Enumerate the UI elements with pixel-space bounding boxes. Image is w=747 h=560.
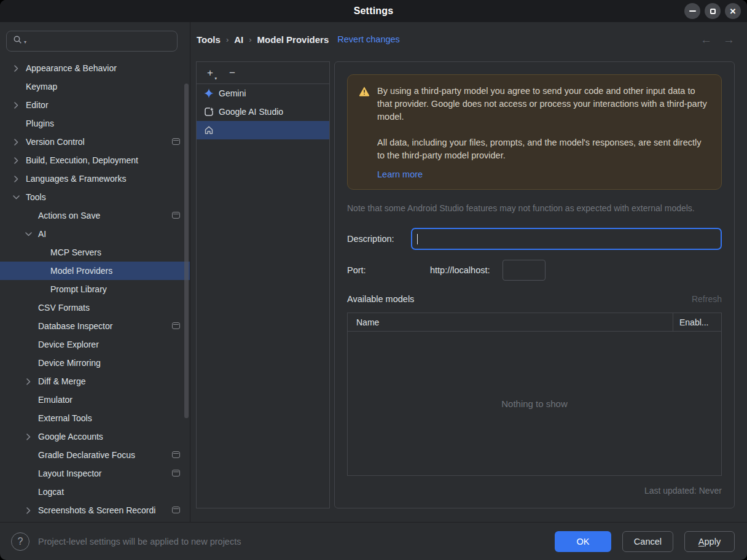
breadcrumb-part-tools[interactable]: Tools	[197, 34, 221, 45]
warning-paragraph-2: All data, including your files, prompts,…	[377, 136, 710, 162]
chevron-right-icon[interactable]	[10, 157, 26, 164]
back-arrow-icon[interactable]: ←	[700, 34, 712, 45]
sidebar-item-layout-inspector[interactable]: Layout Inspector	[0, 464, 190, 483]
chevron-right-icon[interactable]	[10, 139, 26, 146]
provider-item-google-ai-studio[interactable]: Google AI Studio	[197, 103, 329, 121]
sidebar-item-label: Appearance & Behavior	[26, 63, 117, 73]
sidebar-item-editor[interactable]: Editor	[0, 96, 190, 114]
sidebar-item-keymap[interactable]: Keymap	[0, 77, 190, 96]
chevron-down-icon[interactable]	[10, 194, 26, 201]
remove-provider-button[interactable]: −	[226, 68, 238, 78]
search-options-caret-icon[interactable]: ▾	[24, 39, 26, 45]
providers-panel: +▾ − GeminiGoogle AI Studio	[196, 61, 330, 508]
sidebar-item-emulator[interactable]: Emulator	[0, 391, 190, 409]
column-header-name[interactable]: Name	[348, 313, 673, 331]
chevron-right-icon[interactable]	[22, 378, 38, 385]
titlebar: Settings ✕	[0, 0, 747, 22]
forward-arrow-icon[interactable]: →	[723, 34, 735, 45]
sidebar-item-database-inspector[interactable]: Database Inspector	[0, 317, 190, 335]
available-models-row: Available models Refresh	[347, 294, 722, 304]
sidebar-item-diff-merge[interactable]: Diff & Merge	[0, 372, 190, 391]
provider-detail-card: By using a third-party model you agree t…	[334, 61, 735, 508]
sidebar-item-csv-formats[interactable]: CSV Formats	[0, 298, 190, 317]
breadcrumb-part-ai[interactable]: AI	[234, 34, 243, 45]
chevron-right-icon[interactable]	[10, 65, 26, 72]
dialog-buttons: OK Cancel Apply	[555, 531, 735, 552]
sidebar-item-model-providers[interactable]: Model Providers	[0, 262, 190, 280]
breadcrumb-part-model-providers[interactable]: Model Providers	[257, 34, 329, 45]
minimize-icon	[689, 10, 696, 12]
sidebar-item-external-tools[interactable]: External Tools	[0, 409, 190, 427]
sidebar-item-screenshots-screen-recordi[interactable]: Screenshots & Screen Recordi	[0, 501, 190, 519]
apply-button[interactable]: Apply	[684, 531, 735, 552]
ai-studio-icon	[204, 107, 214, 117]
sidebar-item-device-mirroring[interactable]: Device Mirroring	[0, 354, 190, 372]
chevron-right-icon[interactable]	[10, 102, 26, 109]
minus-icon: −	[229, 67, 235, 79]
sidebar-item-label: Build, Execution, Deployment	[26, 155, 138, 165]
provider-item-gemini[interactable]: Gemini	[197, 84, 329, 103]
close-icon: ✕	[730, 7, 737, 15]
description-input[interactable]	[411, 228, 722, 250]
sidebar-item-appearance-behavior[interactable]: Appearance & Behavior	[0, 59, 190, 77]
sidebar-item-google-accounts[interactable]: Google Accounts	[0, 427, 190, 446]
chevron-down-icon[interactable]	[22, 231, 38, 238]
external-models-note: Note that some Android Studio features m…	[347, 203, 722, 213]
help-button[interactable]: ?	[11, 532, 29, 551]
sidebar-item-version-control[interactable]: Version Control	[0, 133, 190, 151]
sidebar-item-label: Tools	[26, 192, 46, 202]
ide-window-icon	[172, 470, 180, 476]
add-provider-button[interactable]: +▾	[204, 68, 216, 78]
sidebar-item-label: Model Providers	[50, 266, 112, 276]
project-settings-hint: Project-level settings will be applied t…	[38, 537, 241, 546]
chevron-right-icon[interactable]	[22, 434, 38, 440]
sidebar-item-gradle-declarative-focus[interactable]: Gradle Declarative Focus	[0, 446, 190, 464]
models-table-body: Nothing to show	[348, 332, 721, 475]
maximize-button[interactable]	[705, 3, 721, 19]
sidebar-item-logcat[interactable]: Logcat	[0, 483, 190, 501]
sidebar-item-label: Actions on Save	[38, 211, 100, 220]
chevron-right-icon[interactable]	[22, 507, 38, 514]
home-icon	[204, 125, 214, 135]
ide-window-icon	[172, 451, 180, 458]
refresh-button[interactable]: Refresh	[692, 294, 722, 304]
sidebar-item-device-explorer[interactable]: Device Explorer	[0, 335, 190, 354]
sidebar-item-tools[interactable]: Tools	[0, 188, 190, 206]
minimize-button[interactable]	[684, 3, 700, 19]
sidebar-item-label: CSV Formats	[38, 303, 90, 313]
plus-icon: +	[207, 67, 213, 79]
sidebar-scrollbar[interactable]	[184, 84, 189, 418]
sidebar-item-mcp-servers[interactable]: MCP Servers	[0, 243, 190, 262]
sidebar-item-prompt-library[interactable]: Prompt Library	[0, 280, 190, 298]
revert-changes-link[interactable]: Revert changes	[337, 34, 400, 44]
settings-window: Settings ✕ ▾ Appearance & BehaviorKeymap…	[0, 0, 747, 560]
sidebar-item-actions-on-save[interactable]: Actions on Save	[0, 206, 190, 225]
column-header-enabled[interactable]: Enabl...	[673, 317, 721, 327]
cancel-button[interactable]: Cancel	[622, 531, 673, 552]
port-row: Port: http://localhost:	[347, 260, 722, 281]
warning-icon	[359, 86, 370, 179]
providers-toolbar: +▾ −	[197, 62, 329, 84]
sidebar-item-plugins[interactable]: Plugins	[0, 114, 190, 133]
provider-item-label: Gemini	[219, 88, 246, 98]
sidebar-item-ai[interactable]: AI	[0, 225, 190, 243]
history-nav: ← →	[700, 34, 735, 45]
learn-more-link[interactable]: Learn more	[377, 169, 710, 179]
chevron-right-icon[interactable]	[10, 176, 26, 182]
search-input[interactable]: ▾	[6, 31, 178, 52]
models-table: Name Enabl... Nothing to show	[347, 313, 722, 476]
sidebar-item-label: Plugins	[26, 119, 54, 128]
description-row: Description:	[347, 228, 722, 250]
close-button[interactable]: ✕	[725, 3, 741, 19]
provider-item-new[interactable]	[197, 121, 329, 139]
port-input[interactable]	[503, 260, 546, 281]
sidebar-item-label: External Tools	[38, 413, 92, 423]
sidebar-item-build-execution-deployment[interactable]: Build, Execution, Deployment	[0, 151, 190, 169]
sidebar-item-label: Keymap	[26, 82, 57, 91]
sidebar-item-languages-frameworks[interactable]: Languages & Frameworks	[0, 169, 190, 188]
sidebar-item-label: Gradle Declarative Focus	[38, 450, 135, 460]
ok-button[interactable]: OK	[555, 531, 611, 552]
ide-window-icon	[172, 138, 180, 145]
ide-window-icon	[172, 212, 180, 219]
breadcrumb-separator: ›	[226, 35, 229, 44]
